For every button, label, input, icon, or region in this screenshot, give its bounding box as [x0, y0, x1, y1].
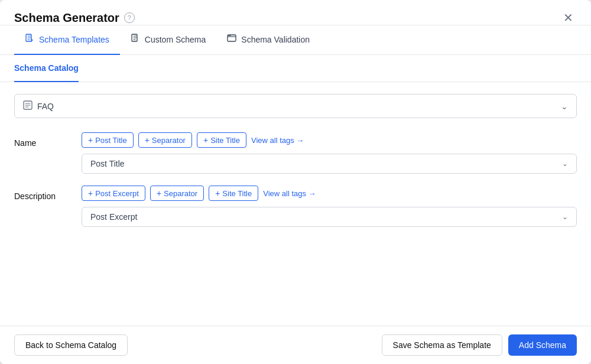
tab-custom-schema[interactable]: Custom Schema	[120, 25, 216, 55]
footer-right: Save Schema as Template Add Schema	[382, 334, 577, 356]
dropdown-chevron-icon: ⌄	[561, 102, 568, 111]
back-to-catalog-button[interactable]: Back to Schema Catalog	[14, 334, 128, 356]
schema-type-dropdown[interactable]: FAQ ⌄	[14, 94, 577, 118]
sub-tab-schema-catalog[interactable]: Schema Catalog	[14, 55, 79, 82]
description-field-label: Description	[14, 186, 67, 201]
schema-dropdown-value: FAQ	[37, 102, 54, 111]
name-field-label: Name	[14, 132, 67, 148]
tab-custom-schema-label: Custom Schema	[145, 35, 206, 44]
tab-schema-validation[interactable]: Schema Validation	[216, 25, 320, 55]
description-tags-row: + Post Excerpt + Separator + Site Title …	[82, 186, 577, 201]
name-value-dropdown[interactable]: Post Title ⌄	[82, 154, 577, 174]
name-tag-site-title[interactable]: + Site Title	[197, 132, 246, 148]
sub-tabs-row: Schema Catalog	[0, 55, 591, 82]
name-field-row: Name + Post Title + Separator +	[14, 132, 577, 174]
close-button[interactable]: ✕	[560, 11, 577, 25]
tab-schema-templates-label: Schema Templates	[39, 35, 109, 44]
schema-templates-icon	[25, 34, 34, 46]
schema-dropdown-row: FAQ ⌄	[14, 94, 577, 118]
name-tag-separator[interactable]: + Separator	[138, 132, 192, 148]
name-field-content: + Post Title + Separator + Site Title Vi…	[82, 132, 577, 174]
name-tag-post-title[interactable]: + Post Title	[82, 132, 134, 148]
description-field-content: + Post Excerpt + Separator + Site Title …	[82, 186, 577, 227]
modal-title-row: Schema Generator ?	[14, 11, 135, 25]
schema-validation-icon	[227, 34, 236, 46]
description-tag-separator[interactable]: + Separator	[150, 186, 204, 201]
name-view-all-tags-link[interactable]: View all tags →	[251, 136, 304, 145]
description-tag-post-excerpt[interactable]: + Post Excerpt	[82, 186, 145, 201]
custom-schema-icon	[131, 34, 140, 46]
modal-footer: Back to Schema Catalog Save Schema as Te…	[0, 326, 591, 364]
description-value-dropdown[interactable]: Post Excerpt ⌄	[82, 207, 577, 227]
modal-header: Schema Generator ? ✕	[0, 0, 591, 25]
modal-body: Schema Catalog FAQ ⌄	[0, 55, 591, 326]
description-field-row: Description + Post Excerpt + Separator +	[14, 186, 577, 227]
description-tag-site-title[interactable]: + Site Title	[209, 186, 258, 201]
schema-dropdown-left: FAQ	[23, 100, 54, 112]
name-value-chevron-icon: ⌄	[562, 160, 568, 168]
faq-icon	[23, 100, 33, 112]
schema-generator-modal: Schema Generator ? ✕ Schema Templates	[0, 0, 591, 364]
modal-title: Schema Generator	[14, 11, 119, 25]
description-value-dropdown-left: Post Excerpt	[90, 212, 137, 222]
content-area: FAQ ⌄ Name + Post Title +	[0, 82, 591, 326]
add-schema-button[interactable]: Add Schema	[508, 334, 577, 356]
help-icon[interactable]: ?	[124, 12, 135, 23]
name-tags-row: + Post Title + Separator + Site Title Vi…	[82, 132, 577, 148]
description-value-text: Post Excerpt	[90, 212, 137, 222]
save-schema-template-button[interactable]: Save Schema as Template	[382, 334, 502, 356]
description-value-chevron-icon: ⌄	[562, 213, 568, 221]
name-value-text: Post Title	[90, 159, 125, 168]
tab-schema-validation-label: Schema Validation	[241, 35, 310, 44]
tabs-row: Schema Templates Custom Schema Schema Va…	[0, 25, 591, 55]
tab-schema-templates[interactable]: Schema Templates	[14, 25, 120, 55]
description-view-all-tags-link[interactable]: View all tags →	[263, 189, 316, 198]
name-value-dropdown-left: Post Title	[90, 159, 125, 168]
